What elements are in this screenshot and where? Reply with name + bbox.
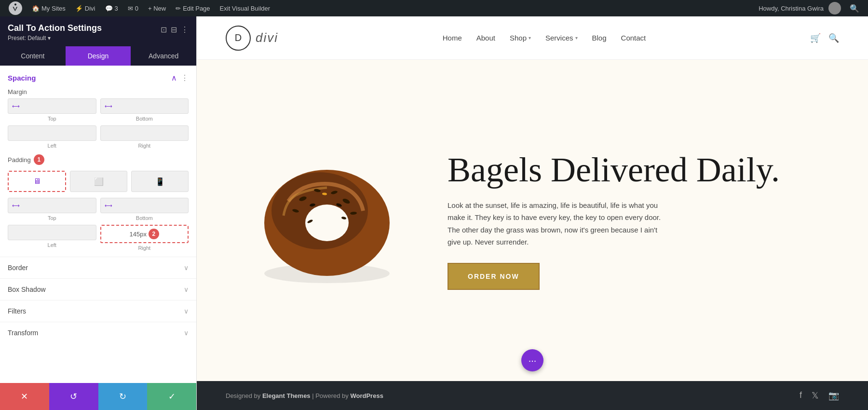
margin-left-input[interactable] [8,125,96,141]
wp-logo-button[interactable] [5,0,26,16]
confirm-button[interactable]: ✓ [147,383,196,410]
filters-section[interactable]: Filters ∨ [0,300,196,322]
step-2-badge: 2 [149,229,159,239]
tab-content[interactable]: Content [0,46,66,66]
logo-circle: D [226,26,251,51]
spacing-title: Spacing [8,74,36,82]
site-name-button[interactable]: ⚡ Divi [71,0,99,16]
edit-page-button[interactable]: ✏ Edit Page [172,0,214,16]
padding-left-label: Left [48,242,56,248]
site-nav: D divi Home About Shop ▾ Services ▾ [197,16,868,60]
spacing-menu-button[interactable]: ⋮ [181,73,189,82]
spacing-header-actions: ∧ ⋮ [171,73,189,82]
padding-right-input[interactable]: 145px 2 [100,225,189,243]
padding-top-input[interactable]: ⟷ [8,198,96,213]
messages-button[interactable]: ✉ 0 [124,0,142,16]
margin-right-input[interactable] [100,125,189,141]
site-footer: Designed by Elegant Themes | Powered by … [197,381,868,410]
edit-icon: ✏ [176,5,181,12]
logo-text: divi [256,30,278,45]
link-icon-2: ⟷ [105,103,112,109]
margin-right-label: Right [138,143,150,149]
transform-section[interactable]: Transform ∨ [0,322,196,343]
site-icons: 🛒 🔍 [810,33,839,43]
padding-top-cell: ⟷ Top [8,198,96,221]
search-icon[interactable]: 🔍 [846,4,863,13]
hero-section: Bagels Delivered Daily. Look at the suns… [197,60,868,381]
margin-left-label: Left [48,143,56,149]
tab-design[interactable]: Design [66,46,131,66]
link-icon-3: ⟷ [12,203,20,209]
tab-advanced[interactable]: Advanced [131,46,196,66]
exit-builder-button[interactable]: Exit Visual Builder [216,0,274,16]
comments-button[interactable]: 💬 3 [101,0,122,16]
resize-panel-button[interactable]: ⊡ [161,25,167,34]
transform-title: Transform [8,329,38,337]
cart-icon[interactable]: 🛒 [810,33,821,43]
preset-chevron-icon: ▾ [48,35,51,41]
padding-bottom-input[interactable]: ⟷ [100,198,189,213]
nav-item-about[interactable]: About [476,34,495,42]
website-preview: D divi Home About Shop ▾ Services ▾ [197,16,868,410]
border-chevron-icon: ∨ [184,264,189,272]
fab-button[interactable]: ··· [521,349,543,371]
padding-right-cell: 145px 2 Right [100,225,189,251]
margin-bottom-input[interactable]: ⟷ [100,98,189,114]
panel-title-area: Call To Action Settings Preset: Default … [8,23,161,41]
panel-preset-selector[interactable]: Preset: Default ▾ [8,35,161,41]
link-icon: ⟷ [12,103,20,109]
nav-item-contact[interactable]: Contact [621,34,646,42]
facebook-icon[interactable]: f [800,390,802,401]
user-avatar[interactable] [828,2,841,14]
desktop-device-button[interactable]: 🖥 [8,171,66,192]
margin-bottom-label: Bottom [136,116,153,122]
step-1-badge: 1 [34,154,44,165]
padding-bottom-label: Bottom [136,215,153,221]
panel-body: Spacing ∧ ⋮ Margin ⟷ Top ⟷ [0,66,196,383]
margin-left-cell: Left [8,125,96,149]
footer-credit: Designed by Elegant Themes | Powered by … [226,392,383,399]
main-layout: Call To Action Settings Preset: Default … [0,16,868,410]
cta-button[interactable]: ORDER NOW [448,263,540,290]
padding-left-cell: Left [8,225,96,251]
hero-content: Bagels Delivered Daily. Look at the suns… [419,151,829,289]
twitter-icon[interactable]: 𝕏 [812,390,819,401]
margin-right-cell: Right [100,125,189,149]
tablet-icon: ⬜ [94,177,104,186]
more-options-button[interactable]: ⋮ [181,25,189,34]
margin-top-cell: ⟷ Top [8,98,96,122]
new-button[interactable]: + New [144,0,170,16]
border-section[interactable]: Border ∨ [0,257,196,278]
panel-header: Call To Action Settings Preset: Default … [0,16,196,46]
search-site-icon[interactable]: 🔍 [828,33,839,43]
logo-d-letter: D [235,32,242,43]
house-icon: 🏠 [32,5,40,12]
filters-title: Filters [8,307,26,315]
hero-image-area [235,153,419,288]
tablet-device-button[interactable]: ⬜ [70,171,127,192]
nav-item-home[interactable]: Home [443,34,462,42]
transform-chevron-icon: ∨ [184,329,189,337]
undo-button[interactable]: ↺ [49,383,98,410]
padding-left-input[interactable] [8,225,96,240]
spacing-collapse-button[interactable]: ∧ [171,73,177,82]
filters-chevron-icon: ∨ [184,307,189,315]
margin-top-label: Top [48,116,56,122]
panel-footer: ✕ ↺ ↻ ✓ [0,383,196,410]
redo-button[interactable]: ↻ [98,383,148,410]
mobile-device-button[interactable]: 📱 [131,171,189,192]
columns-button[interactable]: ⊟ [171,25,177,34]
nav-item-shop[interactable]: Shop ▾ [510,34,531,42]
cancel-button[interactable]: ✕ [0,383,49,410]
box-shadow-title: Box Shadow [8,286,46,293]
nav-item-services[interactable]: Services ▾ [545,34,578,42]
my-sites-button[interactable]: 🏠 My Sites [28,0,69,16]
nav-item-blog[interactable]: Blog [592,34,607,42]
shop-dropdown-icon: ▾ [529,35,531,41]
desktop-icon: 🖥 [33,177,41,186]
instagram-icon[interactable]: 📷 [828,390,839,401]
margin-top-input[interactable]: ⟷ [8,98,96,114]
box-shadow-section[interactable]: Box Shadow ∨ [0,278,196,300]
services-dropdown-icon: ▾ [575,35,578,41]
footer-social: f 𝕏 📷 [800,390,839,401]
